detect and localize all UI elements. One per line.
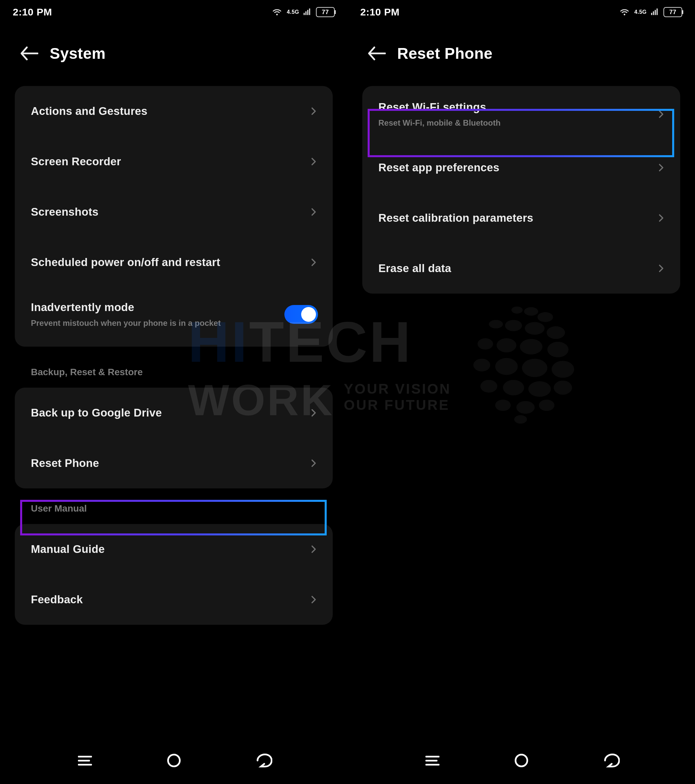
row-title: Reset Phone xyxy=(31,457,99,469)
status-right: 4.5G 77 xyxy=(619,7,682,17)
android-navbar xyxy=(0,744,347,784)
chevron-right-icon xyxy=(309,258,318,267)
chevron-right-icon xyxy=(309,458,318,468)
status-bar: 2:10 PM 4.5G 77 xyxy=(347,0,695,24)
chevron-right-icon xyxy=(656,264,665,273)
row-title: Actions and Gestures xyxy=(31,105,147,118)
row-screenshots[interactable]: Screenshots xyxy=(15,187,333,237)
row-title: Reset app preferences xyxy=(378,161,499,174)
row-title: Inadvertently mode xyxy=(31,301,220,314)
row-actions-gestures[interactable]: Actions and Gestures xyxy=(15,86,333,137)
wifi-icon xyxy=(272,8,282,16)
network-badge: 4.5G xyxy=(634,10,647,15)
section-label-backup: Backup, Reset & Restore xyxy=(31,367,327,377)
page-header: System xyxy=(0,24,347,86)
row-screen-recorder[interactable]: Screen Recorder xyxy=(15,137,333,187)
row-manual-guide[interactable]: Manual Guide xyxy=(15,524,333,575)
settings-group-3: Manual Guide Feedback xyxy=(15,524,333,625)
row-reset-calibration[interactable]: Reset calibration parameters xyxy=(362,193,680,243)
page-title: Reset Phone xyxy=(397,44,493,63)
chevron-right-icon xyxy=(309,408,318,418)
network-badge: 4.5G xyxy=(287,10,299,15)
battery-icon: 77 xyxy=(664,7,682,17)
signal-icon xyxy=(650,8,659,16)
battery-text: 77 xyxy=(322,9,329,16)
battery-text: 77 xyxy=(669,9,676,16)
row-subtitle: Reset Wi-Fi, mobile & Bluetooth xyxy=(378,118,501,128)
row-title: Scheduled power on/off and restart xyxy=(31,256,220,269)
row-title: Reset calibration parameters xyxy=(378,212,533,224)
row-title: Reset Wi-Fi settings xyxy=(378,101,501,114)
status-time: 2:10 PM xyxy=(360,7,399,18)
android-navbar xyxy=(347,744,695,784)
row-title: Feedback xyxy=(31,593,83,606)
row-scheduled-power[interactable]: Scheduled power on/off and restart xyxy=(15,237,333,288)
chevron-right-icon xyxy=(309,595,318,604)
chevron-right-icon xyxy=(309,545,318,554)
nav-back-button[interactable] xyxy=(253,750,273,771)
page-header: Reset Phone xyxy=(347,24,695,86)
row-feedback[interactable]: Feedback xyxy=(15,575,333,625)
toggle-switch[interactable] xyxy=(284,305,318,324)
row-title: Screenshots xyxy=(31,206,99,218)
status-right: 4.5G 77 xyxy=(272,7,335,17)
status-bar: 2:10 PM 4.5G 77 xyxy=(0,0,347,24)
signal-icon xyxy=(302,8,311,16)
back-arrow-icon[interactable] xyxy=(368,46,386,61)
row-title: Erase all data xyxy=(378,262,451,275)
reset-options-group: Reset Wi-Fi settings Reset Wi-Fi, mobile… xyxy=(362,86,680,293)
row-reset-phone[interactable]: Reset Phone xyxy=(15,438,333,488)
section-label-user-manual: User Manual xyxy=(31,503,327,514)
row-title: Back up to Google Drive xyxy=(31,407,162,419)
nav-home-button[interactable] xyxy=(511,750,531,771)
nav-back-button[interactable] xyxy=(600,750,621,771)
status-time: 2:10 PM xyxy=(13,7,52,18)
nav-recent-button[interactable] xyxy=(75,750,95,771)
chevron-right-icon xyxy=(656,213,665,223)
nav-home-button[interactable] xyxy=(164,750,184,771)
chevron-right-icon xyxy=(309,207,318,217)
chevron-right-icon xyxy=(309,107,318,116)
phone-screenshot-system: 2:10 PM 4.5G 77 System Actions and Gestu… xyxy=(0,0,347,784)
chevron-right-icon xyxy=(656,163,665,172)
row-backup-google-drive[interactable]: Back up to Google Drive xyxy=(15,388,333,438)
row-title: Screen Recorder xyxy=(31,155,121,168)
row-title: Manual Guide xyxy=(31,543,105,555)
chevron-right-icon xyxy=(656,109,665,119)
row-inadvertently-mode[interactable]: Inadvertently mode Prevent mistouch when… xyxy=(15,288,333,347)
settings-group-2: Back up to Google Drive Reset Phone xyxy=(15,388,333,488)
row-reset-wifi-settings[interactable]: Reset Wi-Fi settings Reset Wi-Fi, mobile… xyxy=(362,86,680,142)
phone-screenshot-reset-phone: 2:10 PM 4.5G 77 Reset Phone Reset W xyxy=(347,0,695,784)
wifi-icon xyxy=(619,8,629,16)
row-subtitle: Prevent mistouch when your phone is in a… xyxy=(31,318,220,328)
row-erase-all-data[interactable]: Erase all data xyxy=(362,243,680,293)
row-reset-app-preferences[interactable]: Reset app preferences xyxy=(362,142,680,193)
back-arrow-icon[interactable] xyxy=(20,46,38,61)
nav-recent-button[interactable] xyxy=(422,750,442,771)
chevron-right-icon xyxy=(309,157,318,166)
page-title: System xyxy=(50,44,106,63)
battery-icon: 77 xyxy=(316,7,335,17)
settings-group-1: Actions and Gestures Screen Recorder Scr… xyxy=(15,86,333,347)
